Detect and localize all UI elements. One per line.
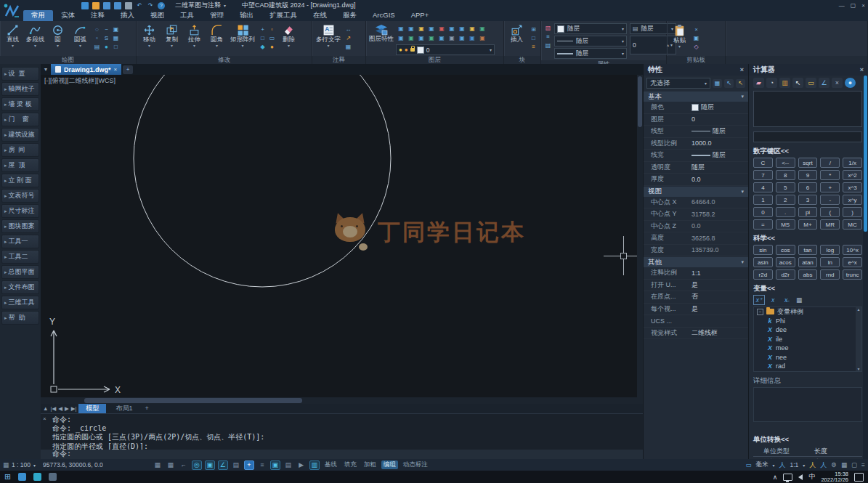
calc-key[interactable]: ln — [820, 257, 840, 267]
calc-key[interactable]: trunc — [843, 269, 862, 280]
mirror-icon[interactable]: ▭ — [267, 33, 277, 42]
match-properties-icon[interactable]: ▧ — [543, 23, 553, 32]
layer-state-icon[interactable]: ▣ — [467, 24, 477, 33]
customize-menu-icon[interactable]: ≡ — [861, 461, 865, 468]
osnap-toggle-icon[interactable]: ▣ — [205, 460, 215, 470]
variable-row[interactable]: Xdee — [754, 325, 861, 335]
prop-row-ucs-name[interactable]: UCS ... — [644, 315, 748, 328]
close-icon[interactable]: × — [740, 66, 744, 73]
layer-lock-icon[interactable]: ▣ — [426, 24, 437, 33]
color-dropdown[interactable]: 随层 ▾ — [554, 23, 627, 34]
clear-icon[interactable]: ▰ — [753, 78, 764, 88]
sidebar-item-tools-2[interactable]: ▸工具二 — [1, 250, 39, 264]
calculator-input[interactable] — [753, 131, 862, 142]
ribbon-tab-arcgis[interactable]: ArcGIS — [365, 10, 403, 21]
layer-walk-icon[interactable]: ▣ — [477, 24, 487, 33]
layer-delete-icon[interactable]: ▣ — [437, 24, 447, 33]
sidebar-item-text-symbols[interactable]: ▸文表符号 — [1, 189, 39, 203]
layer-properties-button[interactable]: 图层特性 — [368, 23, 394, 42]
undo-icon[interactable]: ↶ — [136, 2, 143, 9]
scroll-up-icon[interactable]: ▲ — [857, 307, 861, 312]
close-tab-icon[interactable]: × — [114, 66, 118, 73]
layer-copy-icon[interactable]: ▣ — [447, 33, 457, 43]
scientific-section-label[interactable]: 科学<< — [753, 234, 862, 243]
drawing-tab[interactable]: Drawing1.dwg* × — [51, 64, 121, 75]
layer-dropdown[interactable]: ● ● 0 ▾ — [396, 44, 495, 55]
dynamic-ucs-icon[interactable]: ▤ — [283, 460, 293, 470]
edit-variable-icon[interactable]: x — [768, 296, 778, 304]
calc-key[interactable]: MC — [843, 219, 862, 230]
layer-on-icon[interactable]: ▣ — [396, 33, 406, 43]
collapse-icon[interactable]: − — [757, 309, 763, 315]
gradient-icon[interactable]: ▤ — [92, 42, 102, 51]
prop-row-lineweight[interactable]: 线宽随层 — [644, 150, 748, 162]
calc-key[interactable]: pi — [798, 207, 818, 217]
chevron-down-icon[interactable]: ▾ — [490, 47, 492, 52]
ribbon-tab-manage[interactable]: 管理 — [202, 10, 232, 21]
calculator-scrollbar[interactable] — [863, 76, 868, 459]
sidebar-item-file-layout[interactable]: ▸文件布图 — [1, 280, 39, 294]
annotation-monitor-icon[interactable]: 人 — [820, 460, 827, 470]
calc-key[interactable]: 9 — [798, 170, 818, 180]
ribbon-tab-solid[interactable]: 实体 — [53, 10, 83, 21]
polyline-button[interactable]: 多段线 ▾ — [25, 23, 46, 49]
section-view[interactable]: 视图 ▾ — [644, 187, 748, 197]
delete-variable-icon[interactable]: x̶ — [781, 296, 791, 304]
calc-key[interactable]: 6 — [798, 182, 818, 192]
attributes-icon[interactable]: ≡ — [529, 42, 538, 51]
sidebar-item-grid-column[interactable]: ▸轴网柱子 — [1, 82, 39, 96]
calc-key[interactable]: e^x — [843, 257, 862, 267]
transparency-toggle-icon[interactable]: ≡ — [257, 460, 267, 470]
section-label-modify[interactable]: 修改 — [137, 56, 312, 64]
ime-indicator[interactable]: 中 — [808, 472, 815, 482]
calc-key[interactable]: 8 — [776, 170, 795, 180]
close-icon[interactable]: × — [860, 66, 864, 73]
command-input[interactable]: 命令: — [41, 450, 643, 459]
calc-key[interactable]: 7 — [753, 170, 773, 180]
prop-row-ucs-origin[interactable]: 在原点...否 — [644, 291, 748, 304]
variable-row[interactable]: Xile — [754, 335, 861, 344]
variables-section-label[interactable]: 变量<< — [753, 284, 862, 293]
hatch-icon[interactable]: ▦ — [111, 33, 121, 42]
lock-icon[interactable] — [410, 48, 415, 52]
layer-prev-icon[interactable]: ▣ — [457, 24, 467, 33]
toggle-group[interactable]: 编组 — [381, 460, 398, 469]
prop-row-ltscale[interactable]: 线型比例1000.0 — [644, 138, 748, 150]
layer-merge-icon[interactable]: ▣ — [426, 33, 437, 43]
calc-key[interactable]: 10^x — [843, 245, 862, 255]
command-window[interactable]: × 命令: 命令: _circle 指定圆的圆心或 [三点(3P)/两点(2P)… — [41, 413, 643, 459]
toggle-dynamic-dim[interactable]: 动态标注 — [401, 460, 430, 469]
taskbar-app-icon[interactable] — [49, 473, 57, 481]
prop-row-visual-style[interactable]: 视觉样式二维线框 — [644, 328, 748, 340]
offset-icon[interactable]: □ — [258, 33, 267, 42]
calc-key[interactable]: acos — [776, 257, 795, 267]
region-icon[interactable]: □ — [111, 42, 121, 51]
calc-key[interactable]: 1/x — [843, 158, 862, 168]
prop-row-width[interactable]: 宽度135739.0 — [644, 245, 748, 257]
table-icon[interactable]: ▦ — [344, 42, 353, 51]
measure-angle-icon[interactable]: ∠ — [819, 78, 830, 88]
scale-dropdown-icon[interactable]: ▾ — [33, 463, 36, 468]
rect-array-button[interactable]: 矩形阵列 ▾ — [229, 23, 256, 49]
save-all-icon[interactable] — [114, 2, 121, 9]
sidebar-item-dimensions[interactable]: ▸尺寸标注 — [1, 204, 39, 218]
toggle-baseline[interactable]: 基线 — [323, 460, 339, 469]
ribbon-tab-home[interactable]: 常用 — [23, 10, 53, 21]
calc-key[interactable]: d2r — [776, 269, 795, 280]
unit-indicator[interactable]: 毫米 — [755, 460, 768, 469]
dimension-icon[interactable]: ↔ — [344, 25, 353, 33]
calc-key[interactable]: x^y — [843, 195, 862, 205]
new-drawing-tab-button[interactable]: + — [123, 65, 133, 74]
lineweight-toggle-icon[interactable]: ▤ — [231, 460, 241, 470]
quick-properties-icon[interactable]: ▥ — [309, 460, 320, 470]
linetype-list-icon[interactable]: ▤ — [543, 41, 553, 49]
section-label-layers[interactable]: 图层 — [366, 56, 503, 64]
calc-key[interactable]: 3 — [798, 195, 818, 205]
minimize-button[interactable]: — — [839, 2, 845, 9]
prop-row-center-z[interactable]: 中心点 Z0.0 — [644, 221, 748, 233]
point-icon[interactable]: ▫ — [92, 33, 102, 42]
quick-select-icon[interactable]: ↖ — [736, 79, 745, 88]
tab-list-dropdown-icon[interactable]: ▼ — [42, 67, 49, 72]
close-command-icon[interactable]: × — [43, 415, 46, 422]
prop-row-color[interactable]: 颜色随层 — [644, 102, 748, 114]
